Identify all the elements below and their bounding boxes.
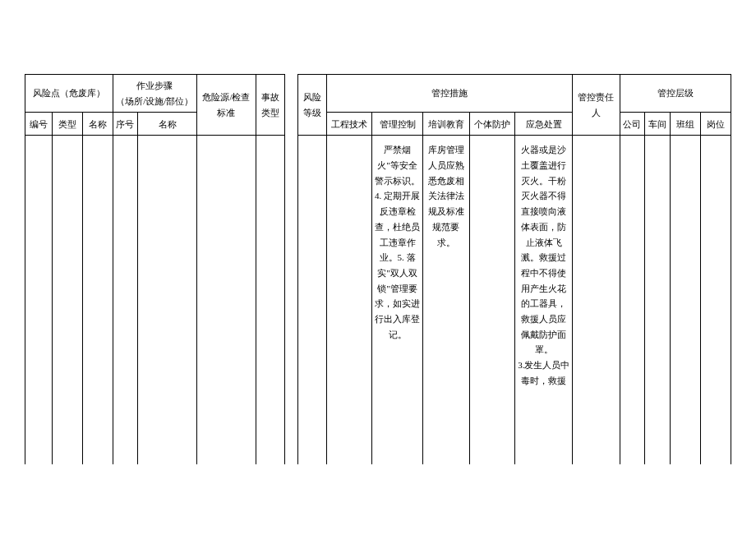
cell-name <box>82 136 113 464</box>
cell-company <box>620 136 645 464</box>
cell-type <box>52 136 82 464</box>
hdr-seq: 序号 <box>113 113 138 136</box>
data-row: 严禁烟火"等安全警示标识。4. 定期开展反违章检查，杜绝员工违章作业。5. 落实… <box>25 136 731 464</box>
hdr-workshop: 车间 <box>645 113 671 136</box>
cell-step-name <box>138 136 197 464</box>
hdr-number: 编号 <box>25 113 53 136</box>
hdr-control-measures: 管控措施 <box>326 75 572 113</box>
hdr-type: 类型 <box>52 113 82 136</box>
hdr-risk-level: 风险等级 <box>298 75 327 136</box>
gap-col <box>284 75 297 136</box>
hdr-responsible: 管控责任人 <box>573 75 620 136</box>
hdr-company: 公司 <box>620 113 645 136</box>
hdr-post: 岗位 <box>700 113 731 136</box>
header-row-1: 风险点（危废库） 作业步骤 （场所/设施/部位） 危险源/检查标准 事故类型 风… <box>25 75 731 113</box>
hdr-management: 管理控制 <box>372 113 423 136</box>
cell-risk-level <box>298 136 327 464</box>
hdr-step-name: 名称 <box>138 113 197 136</box>
hdr-hazard-source: 危险源/检查标准 <box>197 75 256 136</box>
hdr-team: 班组 <box>671 113 701 136</box>
cell-emergency: 火器或是沙土覆盖进行灭火。干粉灭火器不得直接喷向液体表面，防止液体飞溅。救援过程… <box>515 136 573 464</box>
header-row-2: 编号 类型 名称 序号 名称 工程技术 管理控制 培训教育 个体防护 应急处置 … <box>25 113 731 136</box>
cell-seq <box>113 136 138 464</box>
hdr-risk-point: 风险点（危废库） <box>25 75 113 113</box>
hdr-engineering: 工程技术 <box>326 113 371 136</box>
hdr-accident-type: 事故类型 <box>256 75 284 136</box>
cell-responsible <box>573 136 620 464</box>
cell-engineering <box>326 136 371 464</box>
gap-cell <box>284 136 297 464</box>
hdr-emergency: 应急处置 <box>515 113 573 136</box>
hdr-training: 培训教育 <box>422 113 469 136</box>
cell-management: 严禁烟火"等安全警示标识。4. 定期开展反违章检查，杜绝员工违章作业。5. 落实… <box>372 136 423 464</box>
risk-table: 风险点（危废库） 作业步骤 （场所/设施/部位） 危险源/检查标准 事故类型 风… <box>25 74 731 464</box>
cell-post <box>700 136 731 464</box>
hdr-ppe: 个体防护 <box>470 113 515 136</box>
cell-workshop <box>645 136 671 464</box>
cell-hazard <box>197 136 256 464</box>
cell-team <box>671 136 701 464</box>
cell-accident <box>256 136 284 464</box>
hdr-control-level: 管控层级 <box>620 75 731 113</box>
hdr-operation-steps: 作业步骤 （场所/设施/部位） <box>113 75 197 113</box>
cell-number <box>25 136 53 464</box>
cell-ppe <box>470 136 515 464</box>
document-table-wrap: 风险点（危废库） 作业步骤 （场所/设施/部位） 危险源/检查标准 事故类型 风… <box>25 74 731 464</box>
cell-training: 库房管理人员应熟悉危废相关法律法规及标准规范要求。 <box>422 136 469 464</box>
hdr-name: 名称 <box>82 113 113 136</box>
